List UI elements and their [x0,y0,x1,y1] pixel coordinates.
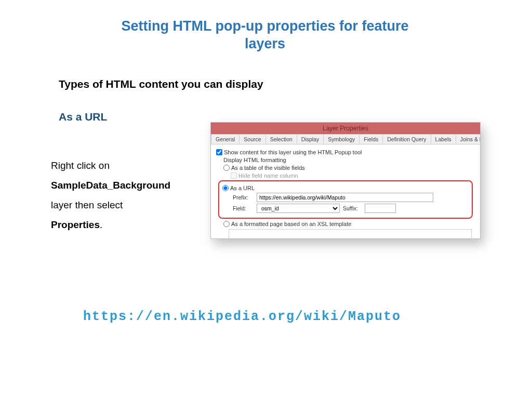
instr-line1: Right click on [51,160,110,171]
option-url-label: As a URL [230,185,255,191]
field-select[interactable]: osm_id [257,204,340,213]
prefix-row: Prefix: [233,193,469,202]
url-highlight-box: As a URL Prefix: Field: osm_id Suffix: [218,180,473,219]
option-url-row: As a URL [222,185,469,191]
tab-selection[interactable]: Selection [265,134,297,144]
tab-display[interactable]: Display [297,134,324,144]
tab-joins-relates[interactable]: Joins & Relates [456,134,481,144]
example-url: https://en.wikipedia.org/wiki/Maputo [83,309,401,324]
show-content-row: Show content for this layer using the HT… [216,149,475,155]
prefix-input[interactable] [257,193,433,202]
instr-line2: layer then select [51,200,123,210]
display-heading: Display HTML formatting [223,157,475,163]
show-content-checkbox[interactable] [216,149,222,155]
tab-symbology[interactable]: Symbology [323,134,360,144]
dialog-tabs: General Source Selection Display Symbolo… [211,134,480,144]
option-xsl-row: As a formatted page based on an XSL temp… [223,221,475,227]
tab-definition-query[interactable]: Definition Query [382,134,431,144]
option-table-row: As a table of the visible fields [223,165,475,171]
instr-period: . [100,219,102,230]
page-title: Setting HTML pop-up properties for featu… [104,18,426,53]
prefix-label: Prefix: [233,194,254,201]
dialog-title: Layer Properties [211,123,480,134]
suffix-label: Suffix: [343,205,362,211]
layer-properties-dialog: Layer Properties General Source Selectio… [210,122,481,239]
tab-fields[interactable]: Fields [359,134,383,144]
hide-column-checkbox[interactable] [231,172,237,179]
tab-labels[interactable]: Labels [431,134,456,144]
subheading: Types of HTML content you can display [59,78,263,90]
show-content-label: Show content for this layer using the HT… [224,149,362,155]
hide-column-label: Hide field name column [238,172,298,179]
option-url-radio[interactable] [222,185,229,191]
instr-properties: Properties [51,219,100,230]
dialog-body: Show content for this layer using the HT… [211,144,480,239]
tab-general[interactable]: General [211,134,240,144]
field-label: Field: [233,205,254,211]
instructions-block: Right click on SampleData_Background lay… [51,156,202,235]
suffix-input[interactable] [365,204,396,213]
field-row: Field: osm_id Suffix: [233,204,469,213]
option-table-radio[interactable] [223,165,230,171]
section-label: As a URL [59,111,107,123]
xsl-template-box [229,229,472,239]
option-xsl-radio[interactable] [223,221,230,227]
option-table-label: As a table of the visible fields [231,165,305,171]
hide-column-row: Hide field name column [231,172,475,179]
option-xsl-label: As a formatted page based on an XSL temp… [231,221,351,227]
tab-source[interactable]: Source [239,134,265,144]
instr-layer-name: SampleData_Background [51,180,170,191]
